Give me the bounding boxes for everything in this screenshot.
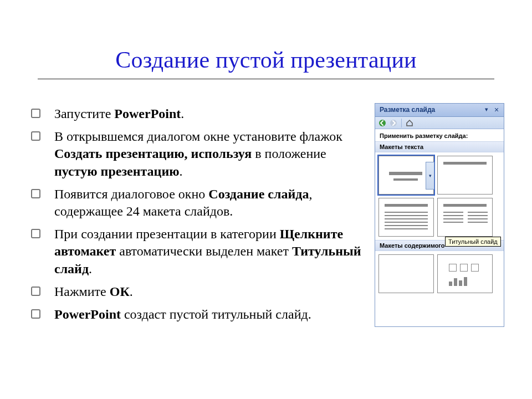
layout-thumb-title-only[interactable] [437, 156, 493, 195]
bullet-text-run: . [181, 106, 184, 121]
thumb-menu-icon[interactable]: ▾ [426, 162, 434, 190]
layout-thumb-blank[interactable] [378, 254, 434, 293]
bullet-text-run: ОК [110, 284, 130, 299]
body-area: Запустите PowerPoint.В открывшемся диало… [28, 105, 504, 366]
bullet-text-run: автоматически выделен макет [116, 244, 292, 258]
layout-thumb-content[interactable] [437, 254, 493, 293]
bullet-item: PowerPoint создаст пустой титульный слай… [28, 306, 366, 323]
bullet-text-run: Создать презентацию, используя [54, 146, 252, 161]
forward-icon[interactable] [388, 118, 398, 128]
bullet-text-run: Запустите [54, 106, 114, 121]
bullet-text-run: . [89, 262, 92, 276]
bullet-text-run: PowerPoint [54, 307, 121, 321]
slide: Создание пустой презентации Запустите Po… [0, 0, 532, 399]
bullet-item: Запустите PowerPoint. [28, 105, 366, 122]
layout-tooltip: Титульный слайд [445, 237, 501, 247]
bullet-item: Появится диалоговое окно Создание слайда… [28, 186, 366, 220]
bullet-item: При создании презентации в категории Щел… [28, 226, 366, 278]
close-icon[interactable]: × [493, 106, 500, 114]
bullet-item: Нажмите ОК. [28, 283, 366, 300]
taskpane-toolbar [375, 117, 504, 129]
bullet-text-run: PowerPoint [114, 106, 181, 121]
bullet-text-run: Нажмите [54, 284, 110, 299]
thumbs-text-layouts: ▾ [375, 152, 504, 240]
bullet-text-run: Появится диалоговое окно [54, 187, 208, 201]
group-header-text-layouts: Макеты текста [375, 141, 504, 152]
title-area: Создание пустой презентации [0, 0, 532, 79]
slide-title: Создание пустой презентации [0, 47, 532, 73]
taskpane-header: Разметка слайда ▾ × [375, 104, 504, 117]
bullet-text-run: пустую презентацию [54, 164, 180, 178]
bullet-text-run: Создание слайда [208, 187, 309, 201]
taskpane-header-buttons: ▾ × [483, 106, 500, 114]
thumbs-content-layouts [375, 251, 504, 296]
taskpane-instruction: Применить разметку слайда: [375, 129, 504, 141]
bullet-list: Запустите PowerPoint.В открывшемся диало… [28, 105, 370, 366]
layout-thumb-bullets[interactable] [378, 198, 434, 237]
bullet-text-run: создаст пустой титульный слайд. [121, 307, 311, 321]
home-icon[interactable] [405, 118, 415, 128]
bullet-item: В открывшемся диалогом окне установите ф… [28, 128, 366, 180]
bullet-text-run: . [130, 284, 133, 299]
taskpane-title: Разметка слайда [380, 106, 435, 114]
layout-thumb-two-columns[interactable] [437, 198, 493, 237]
bullet-text-run: При создании презентации в категории [54, 227, 280, 241]
bullet-text-run: . [180, 164, 183, 178]
bullet-text-run: в положение [252, 146, 326, 161]
title-underline [38, 79, 494, 79]
layout-thumb-title-slide[interactable]: ▾ [378, 156, 434, 195]
dropdown-icon[interactable]: ▾ [483, 106, 490, 114]
toolbar-separator [401, 119, 402, 127]
task-pane-screenshot: Разметка слайда ▾ × Применить разметку [375, 103, 504, 327]
bullet-text-run: В открывшемся диалогом окне установите ф… [54, 129, 342, 144]
back-icon[interactable] [377, 118, 387, 128]
